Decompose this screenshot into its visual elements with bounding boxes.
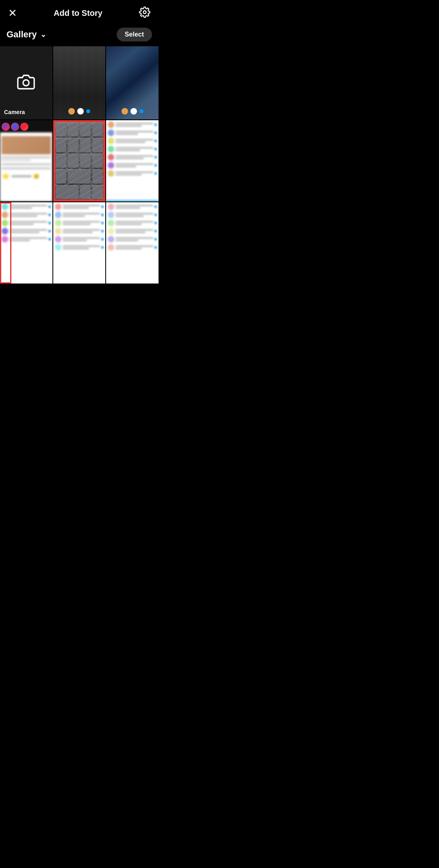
keyboard-photo-cell[interactable] (53, 120, 106, 201)
chevron-down-icon: ⌄ (40, 30, 46, 39)
grid-row-1: Camera (0, 46, 159, 119)
chat-list-5 (106, 202, 159, 284)
blue-strip (106, 200, 159, 201)
grid-row-3 (0, 202, 159, 284)
chat-list-3 (0, 202, 52, 284)
social-content: ⭐ 😊 (0, 132, 52, 201)
page-title: Add to Story (54, 9, 102, 18)
feed-cell-3[interactable] (0, 202, 52, 284)
settings-icon[interactable] (139, 6, 150, 19)
chat-cell-3[interactable] (106, 202, 159, 284)
camera-cell[interactable]: Camera (0, 46, 52, 119)
svg-point-0 (143, 11, 146, 14)
keyboard-keys (53, 120, 106, 201)
camera-label: Camera (4, 109, 25, 115)
svg-point-1 (23, 80, 29, 86)
grid-row-2: ⭐ 😊 (0, 120, 159, 201)
chat-list-4 (53, 202, 106, 284)
header: ✕ Add to Story (0, 0, 159, 24)
laptop-dots (122, 108, 143, 115)
laptop-photo-cell[interactable] (106, 46, 159, 119)
chat-list (106, 120, 159, 201)
screenshot-dots (68, 108, 90, 115)
camera-icon (17, 73, 35, 93)
story-circles (2, 123, 28, 131)
gallery-dropdown[interactable]: Gallery ⌄ (7, 29, 46, 40)
gallery-bar: Gallery ⌄ Select (0, 24, 159, 46)
dark-screenshot-cell[interactable] (53, 46, 106, 119)
chat-cell-2[interactable] (53, 202, 106, 284)
media-grid: Camera (0, 46, 159, 284)
close-icon[interactable]: ✕ (8, 8, 17, 18)
select-button[interactable]: Select (117, 28, 152, 41)
social-list-cell[interactable] (106, 120, 159, 201)
gallery-label-text: Gallery (7, 29, 37, 40)
social-feed-cell[interactable]: ⭐ 😊 (0, 120, 52, 201)
